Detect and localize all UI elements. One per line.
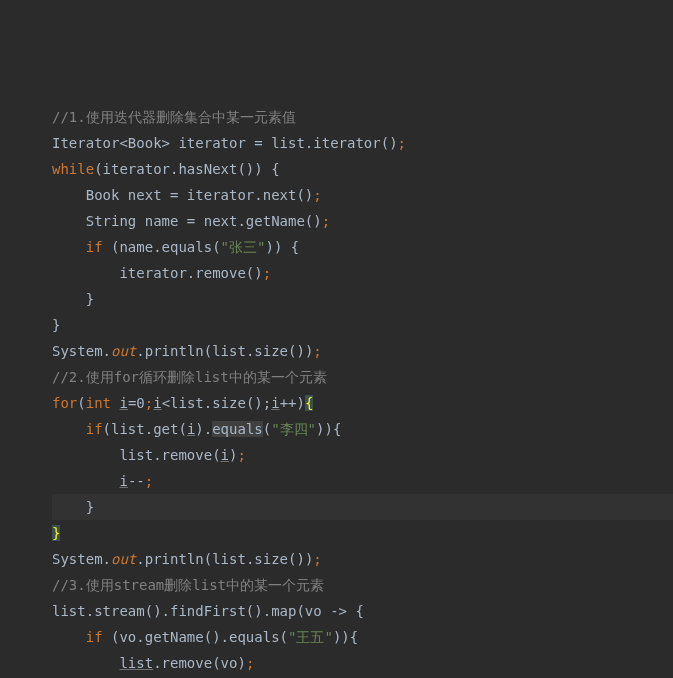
var-i: i (119, 395, 127, 411)
code-text: } (52, 291, 94, 307)
code-text: Book next = iterator.next() (52, 187, 313, 203)
code-text: Iterator<Book> iterator = list.iterator(… (52, 135, 398, 151)
code-text: list.stream().findFirst().map(vo -> { (52, 603, 364, 619)
code-line: } (52, 286, 673, 312)
keyword-int: int (86, 395, 111, 411)
semicolon: ; (145, 473, 153, 489)
comment: //2.使用for循环删除list中的某一个元素 (52, 369, 327, 385)
code-text: System. (52, 343, 111, 359)
code-text: } (52, 317, 60, 333)
keyword-if: if (52, 629, 103, 645)
code-line: list.stream().findFirst().map(vo -> { (52, 598, 673, 624)
code-text: (iterator.hasNext()) { (94, 161, 279, 177)
string-literal: "张三" (221, 239, 266, 255)
semicolon: ; (313, 343, 321, 359)
code-line: Book next = iterator.next(); (52, 182, 673, 208)
code-text (52, 473, 119, 489)
static-field-out: out (111, 343, 136, 359)
semicolon: ; (313, 187, 321, 203)
string-literal: "李四" (271, 421, 316, 437)
code-text (52, 655, 119, 671)
code-text: (list.get( (103, 421, 187, 437)
brace-match: } (52, 525, 60, 541)
code-editor[interactable]: //1.使用迭代器删除集合中某一元素值Iterator<Book> iterat… (52, 104, 673, 678)
code-line: Iterator<Book> iterator = list.iterator(… (52, 130, 673, 156)
comment: //1.使用迭代器删除集合中某一元素值 (52, 109, 296, 125)
code-line: //1.使用迭代器删除集合中某一元素值 (52, 104, 673, 130)
code-text: -- (128, 473, 145, 489)
comment: //3.使用stream删除list中的某一个元素 (52, 577, 324, 593)
semicolon: ; (237, 447, 245, 463)
var-i: i (271, 395, 279, 411)
code-text: ( (77, 395, 85, 411)
code-line: if(list.get(i).equals("李四")){ (52, 416, 673, 442)
code-text: ++) (280, 395, 305, 411)
semicolon: ; (263, 265, 271, 281)
code-line: list.remove(i); (52, 442, 673, 468)
code-line: for(int i=0;i<list.size();i++){ (52, 390, 673, 416)
code-line: i--; (52, 468, 673, 494)
keyword-for: for (52, 395, 77, 411)
keyword-if: if (52, 239, 103, 255)
keyword-while: while (52, 161, 94, 177)
var-i: i (221, 447, 229, 463)
code-line: if (name.equals("张三")) { (52, 234, 673, 260)
code-line: System.out.println(list.size()); (52, 338, 673, 364)
brace-match: { (305, 395, 313, 411)
code-text: ( (263, 421, 271, 437)
method-equals: equals (212, 421, 263, 437)
static-field-out: out (111, 551, 136, 567)
keyword-if: if (52, 421, 103, 437)
code-text: )) { (265, 239, 299, 255)
code-line: while(iterator.hasNext()) { (52, 156, 673, 182)
semicolon: ; (313, 551, 321, 567)
semicolon: ; (322, 213, 330, 229)
code-line: if (vo.getName().equals("王五")){ (52, 624, 673, 650)
code-line-highlighted: } (52, 494, 673, 520)
code-text: (vo.getName().equals( (103, 629, 288, 645)
code-text: String name = next.getName() (52, 213, 322, 229)
semicolon: ; (398, 135, 406, 151)
code-text: ). (195, 421, 212, 437)
code-text: } (52, 499, 94, 515)
var-list: list (119, 655, 153, 671)
code-text: iterator.remove() (52, 265, 263, 281)
string-literal: "王五" (288, 629, 333, 645)
code-line: //2.使用for循环删除list中的某一个元素 (52, 364, 673, 390)
code-text: .remove(vo) (153, 655, 246, 671)
code-line: System.out.println(list.size()); (52, 546, 673, 572)
var-i: i (153, 395, 161, 411)
var-i: i (119, 473, 127, 489)
code-text: )){ (316, 421, 341, 437)
semicolon: ; (145, 395, 153, 411)
number-literal: 0 (136, 395, 144, 411)
code-text: (name.equals( (103, 239, 221, 255)
semicolon: ; (246, 655, 254, 671)
code-line: } (52, 312, 673, 338)
code-text: .println(list.size()) (136, 551, 313, 567)
code-text: .println(list.size()) (136, 343, 313, 359)
code-line: //3.使用stream删除list中的某一个元素 (52, 572, 673, 598)
code-text: list.remove( (52, 447, 221, 463)
code-line: list.remove(vo); (52, 650, 673, 676)
code-line: String name = next.getName(); (52, 208, 673, 234)
code-text: <list.size(); (162, 395, 272, 411)
code-line: } (52, 520, 673, 546)
code-line: iterator.remove(); (52, 260, 673, 286)
code-text: )){ (333, 629, 358, 645)
code-text: System. (52, 551, 111, 567)
